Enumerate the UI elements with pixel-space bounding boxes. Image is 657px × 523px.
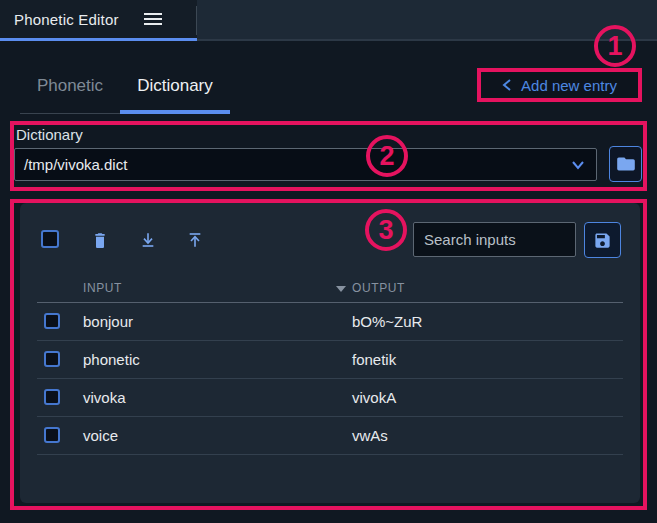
save-icon	[593, 231, 612, 250]
cell-input: bonjour	[83, 313, 133, 330]
download-icon	[140, 231, 156, 249]
row-checkbox[interactable]	[44, 313, 60, 329]
top-bar-spacer	[197, 0, 657, 41]
tab-dictionary[interactable]: Dictionary	[120, 76, 230, 114]
cell-input: voice	[83, 427, 118, 444]
tab-phonetic[interactable]: Phonetic	[20, 76, 120, 114]
table-row-phonetic[interactable]: phonetic fonetik	[37, 341, 623, 379]
add-new-entry-button[interactable]: Add new entry	[479, 70, 640, 100]
cell-input: vivoka	[83, 389, 126, 406]
app-title: Phonetic Editor	[14, 11, 119, 28]
column-header-input[interactable]: INPUT	[83, 281, 122, 295]
trash-icon	[92, 231, 108, 249]
table-header: INPUT OUTPUT	[37, 275, 623, 303]
row-checkbox[interactable]	[44, 389, 60, 405]
cell-output: bO%~ZuR	[352, 313, 422, 330]
cell-input: phonetic	[83, 351, 140, 368]
chevron-left-icon	[502, 78, 512, 92]
dictionary-select[interactable]: /tmp/vivoka.dict	[14, 148, 597, 181]
table-row-voice[interactable]: voice vwAs	[37, 417, 623, 455]
import-entries-button[interactable]	[140, 231, 156, 249]
cell-output: vivokA	[352, 389, 396, 406]
table-body: bonjour bO%~ZuR phonetic fonetik vivoka …	[37, 303, 623, 455]
row-checkbox[interactable]	[44, 427, 60, 443]
dictionary-entries-panel: INPUT OUTPUT bonjour bO%~ZuR phonetic fo…	[20, 203, 640, 503]
sort-desc-icon[interactable]	[336, 286, 346, 292]
upload-icon	[187, 231, 203, 249]
export-entries-button[interactable]	[187, 231, 203, 249]
folder-icon	[616, 156, 636, 172]
add-entry-label: Add new entry	[521, 77, 617, 94]
chevron-down-icon	[571, 159, 585, 171]
tab-bar: Phonetic Dictionary	[20, 62, 230, 114]
app-window-tab[interactable]: Phonetic Editor	[0, 0, 197, 41]
top-bar: Phonetic Editor	[0, 0, 657, 41]
row-checkbox[interactable]	[44, 351, 60, 367]
dictionary-label: Dictionary	[16, 126, 83, 143]
table-row-bonjour[interactable]: bonjour bO%~ZuR	[37, 303, 623, 341]
dictionary-selected-value: /tmp/vivoka.dict	[24, 156, 127, 173]
delete-entries-button[interactable]	[92, 231, 108, 249]
select-all-checkbox[interactable]	[41, 230, 59, 248]
table-row-vivoka[interactable]: vivoka vivokA	[37, 379, 623, 417]
search-input[interactable]	[413, 222, 576, 257]
cell-output: vwAs	[352, 427, 388, 444]
browse-folder-button[interactable]	[609, 146, 642, 182]
column-header-output[interactable]: OUTPUT	[352, 281, 405, 295]
save-button[interactable]	[584, 222, 621, 258]
menu-icon[interactable]	[143, 12, 163, 26]
cell-output: fonetik	[352, 351, 396, 368]
